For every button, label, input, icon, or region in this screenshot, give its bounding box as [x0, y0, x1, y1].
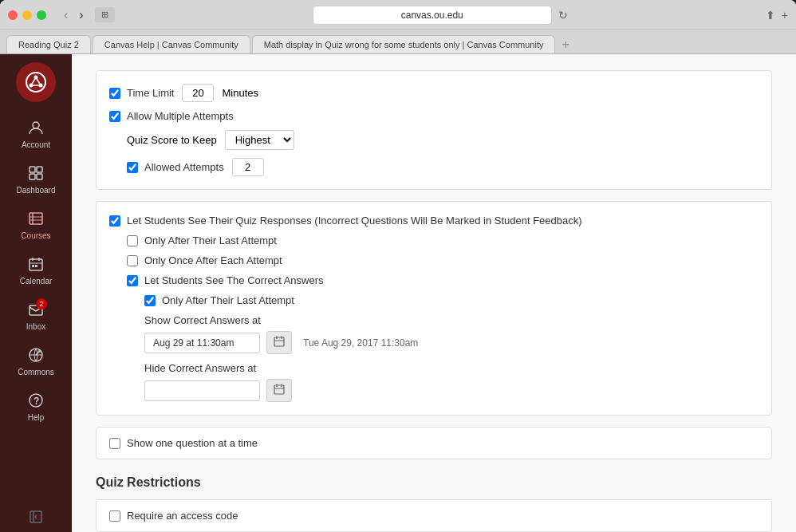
allowed-attempts-checkbox[interactable]	[127, 162, 138, 173]
forward-button[interactable]: ›	[74, 6, 88, 24]
allowed-attempts-checkbox-label[interactable]: Allowed Attempts	[127, 161, 224, 173]
access-code-text: Require an access code	[127, 510, 238, 522]
help-icon: ?	[28, 392, 44, 411]
svg-line-4	[31, 77, 36, 85]
svg-rect-8	[30, 167, 35, 172]
responses-main-label[interactable]: Let Students See Their Quiz Responses (I…	[109, 215, 582, 227]
commons-label: Commons	[18, 368, 54, 376]
sidebar-toggle-button[interactable]: ⊞	[95, 7, 115, 22]
restrictions-header: Quiz Restrictions	[96, 475, 772, 490]
content-area: Time Limit Minutes Allow Multiple Attemp…	[72, 54, 796, 532]
time-limit-checkbox-label[interactable]: Time Limit	[109, 87, 174, 99]
dashboard-icon	[28, 165, 44, 183]
minimize-button[interactable]	[22, 10, 32, 20]
hide-correct-at-calendar-button[interactable]	[266, 379, 292, 402]
add-tab-button[interactable]: +	[557, 37, 573, 52]
svg-rect-33	[274, 385, 284, 394]
responses-main-text: Let Students See Their Quiz Responses (I…	[127, 215, 582, 227]
sidebar-item-courses[interactable]: Courses	[0, 203, 72, 248]
multiple-attempts-checkbox-label[interactable]: Allow Multiple Attempts	[109, 110, 234, 122]
sidebar-item-dashboard[interactable]: Dashboard	[0, 157, 72, 203]
svg-rect-10	[30, 174, 35, 179]
sidebar-item-inbox[interactable]: 2 Inbox	[0, 294, 72, 339]
inbox-label: Inbox	[26, 322, 45, 331]
time-limit-unit: Minutes	[222, 87, 258, 99]
dashboard-label: Dashboard	[17, 186, 56, 195]
sidebar: Account Dashboard	[0, 54, 72, 532]
svg-line-5	[36, 77, 41, 85]
quiz-score-select[interactable]: Highest Latest Average	[225, 130, 294, 150]
sidebar-item-calendar[interactable]: Calendar	[0, 248, 72, 294]
tab-reading-quiz[interactable]: Reading Quiz 2	[6, 35, 91, 53]
inbox-badge: 2	[36, 298, 47, 309]
allowed-attempts-input[interactable]	[232, 158, 264, 176]
only-after-last-text: Only After Their Last Attempt	[144, 234, 277, 246]
sidebar-item-account[interactable]: Account	[0, 112, 72, 157]
one-question-section: Show one question at a time	[96, 427, 772, 459]
only-after-last-label[interactable]: Only After Their Last Attempt	[127, 234, 277, 246]
address-bar[interactable]: canvas.ou.edu	[313, 6, 552, 25]
traffic-lights	[8, 10, 46, 20]
only-once-after-label[interactable]: Only Once After Each Attempt	[127, 254, 282, 266]
only-once-after-text: Only Once After Each Attempt	[144, 254, 282, 266]
hide-correct-at-input[interactable]	[144, 380, 260, 401]
show-correct-at-label: Show Correct Answers at	[144, 314, 759, 326]
help-label: Help	[28, 413, 45, 422]
multiple-attempts-label: Allow Multiple Attempts	[127, 110, 234, 122]
see-correct-text: Let Students See The Correct Answers	[144, 274, 324, 286]
svg-rect-9	[37, 167, 42, 172]
time-limit-checkbox[interactable]	[109, 88, 120, 99]
show-correct-at-display: Tue Aug 29, 2017 11:30am	[303, 337, 418, 349]
correct-only-after-last-checkbox[interactable]	[144, 295, 156, 306]
multiple-attempts-checkbox[interactable]	[109, 111, 120, 122]
commons-icon	[28, 347, 44, 365]
only-after-last-checkbox[interactable]	[127, 235, 138, 246]
reload-button[interactable]: ↻	[558, 9, 568, 22]
svg-rect-20	[32, 265, 34, 267]
calendar-icon	[28, 256, 44, 274]
close-button[interactable]	[8, 10, 18, 20]
svg-rect-29	[274, 337, 284, 346]
one-question-text: Show one question at a time	[127, 437, 258, 449]
courses-icon	[28, 211, 44, 229]
account-icon	[28, 120, 44, 138]
see-correct-checkbox[interactable]	[127, 275, 138, 286]
one-question-label[interactable]: Show one question at a time	[109, 437, 759, 449]
allowed-attempts-label: Allowed Attempts	[144, 161, 224, 173]
svg-text:?: ?	[33, 396, 39, 407]
hide-correct-at-label: Hide Correct Answers at	[144, 362, 759, 374]
correct-only-after-last-text: Only After Their Last Attempt	[162, 294, 294, 306]
access-code-checkbox[interactable]	[109, 510, 120, 522]
share-button[interactable]: ⬆	[766, 9, 775, 22]
calendar-label: Calendar	[20, 277, 53, 286]
one-question-checkbox[interactable]	[109, 438, 120, 449]
svg-rect-11	[37, 174, 42, 179]
browser-tabs: Reading Quiz 2 Canvas Help | Canvas Comm…	[0, 30, 796, 54]
quiz-score-label: Quiz Score to Keep	[127, 134, 217, 146]
tab-canvas-help[interactable]: Canvas Help | Canvas Community	[93, 35, 250, 53]
responses-main-checkbox[interactable]	[109, 215, 120, 227]
tab-math-display[interactable]: Math display in Quiz wrong for some stud…	[252, 35, 556, 53]
time-limit-label: Time Limit	[127, 87, 174, 99]
account-label: Account	[22, 140, 50, 149]
add-bookmark-button[interactable]: +	[782, 9, 788, 22]
maximize-button[interactable]	[37, 10, 46, 20]
show-correct-at-calendar-button[interactable]	[266, 331, 292, 354]
sidebar-item-help[interactable]: ? Help	[0, 384, 72, 430]
show-correct-at-input[interactable]	[144, 333, 260, 353]
see-correct-label[interactable]: Let Students See The Correct Answers	[127, 274, 324, 286]
courses-label: Courses	[21, 231, 50, 240]
access-code-section: Require an access code	[96, 499, 772, 532]
correct-only-after-last-label[interactable]: Only After Their Last Attempt	[144, 294, 294, 306]
svg-rect-12	[30, 213, 42, 224]
sidebar-collapse-button[interactable]	[0, 502, 72, 532]
only-once-after-checkbox[interactable]	[127, 255, 138, 266]
svg-rect-21	[35, 265, 37, 267]
canvas-logo	[16, 62, 56, 102]
access-code-label[interactable]: Require an access code	[109, 510, 759, 522]
time-limit-input[interactable]	[182, 84, 214, 102]
responses-section: Let Students See Their Quiz Responses (I…	[96, 201, 772, 416]
time-limit-section: Time Limit Minutes Allow Multiple Attemp…	[96, 70, 772, 190]
back-button[interactable]: ‹	[59, 6, 73, 24]
sidebar-item-commons[interactable]: Commons	[0, 339, 72, 384]
